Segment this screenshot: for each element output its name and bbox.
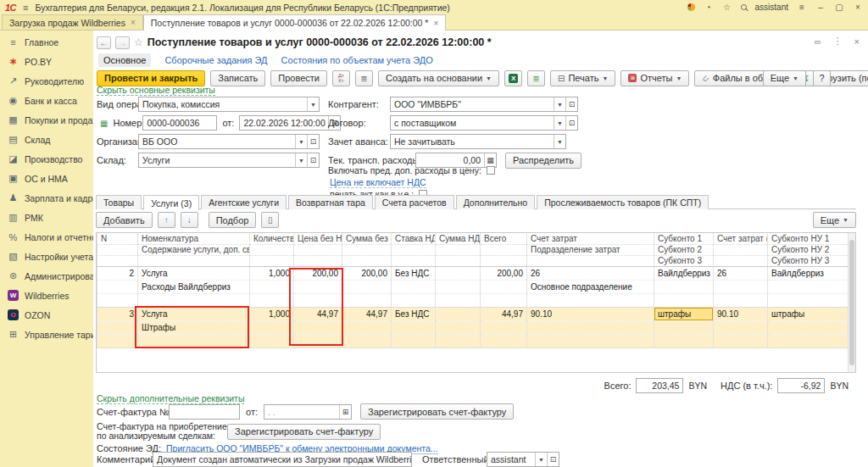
dropdown-icon[interactable]: ▼ <box>554 135 565 148</box>
cell-total[interactable]: 200,00 <box>481 266 527 280</box>
form-close-icon[interactable]: × <box>854 36 860 47</box>
create-based-on-button[interactable]: Создать на основании▼ <box>378 70 499 86</box>
sidebar-item-salary-hr[interactable]: ♟Зарплата и кадры <box>0 188 93 208</box>
sidebar-item-warehouse[interactable]: ▤Склад <box>0 130 93 149</box>
post-button[interactable]: Провести <box>270 70 327 86</box>
favorites-star-icon[interactable]: ☆ <box>722 3 732 12</box>
open-link-icon[interactable]: ⊡ <box>307 135 319 148</box>
cell-cost-account-nu[interactable]: 90.10 <box>714 307 768 320</box>
cell-cost-account-nu[interactable]: 26 <box>714 266 768 280</box>
register-purchase-invoice-button[interactable]: Зарегистрировать счет-фактуру <box>227 424 381 440</box>
main-menu-icon[interactable]: ≡ <box>23 3 28 13</box>
move-up-button[interactable]: ↑ <box>158 212 175 228</box>
add-row-button[interactable]: Добавить <box>96 212 153 228</box>
cell-subconto1[interactable]: Вайлдберриз <box>654 266 714 280</box>
close-button[interactable]: × <box>853 3 863 12</box>
sidebar-item-purchases-sales[interactable]: ▦Покупки и продажи <box>0 110 93 130</box>
cell-service-content[interactable]: Расходы Вайлдберриз <box>138 280 250 293</box>
operation-type-field[interactable]: Покупка, комиссия▼ <box>138 97 320 112</box>
cell-total[interactable]: 44,97 <box>481 307 527 320</box>
get-link-icon[interactable]: ∞ <box>815 36 821 47</box>
sidebar-item-tariff[interactable]: ⊞Управление тарифом <box>0 325 93 344</box>
cell-sum[interactable]: 44,97 <box>342 307 392 320</box>
open-link-icon[interactable]: ⊡ <box>565 97 577 111</box>
print-button[interactable]: ⊟Печать▼ <box>550 70 615 86</box>
cell-cost-dept[interactable] <box>527 320 654 334</box>
grid-tab-additional[interactable]: Дополнительно <box>456 195 536 209</box>
cell-cost-account[interactable]: 90.10 <box>527 307 654 320</box>
dropdown-icon[interactable]: ▼ <box>295 135 307 148</box>
related-documents-button[interactable]: ≣ <box>527 70 545 86</box>
search-icon[interactable] <box>741 4 747 10</box>
include-costs-checkbox[interactable] <box>487 166 495 175</box>
save-button[interactable]: Записать <box>210 70 265 86</box>
contract-field[interactable]: с поставщиком▼⊡ <box>390 115 578 131</box>
date-field[interactable]: 22.02.2026 12:00:00⊞ <box>239 115 341 131</box>
reports-button[interactable]: ≣Отчеты▼ <box>620 70 689 86</box>
invoice-date-field[interactable]: . .⊞ <box>264 404 352 420</box>
organization-field[interactable]: ВБ ООО▼⊡ <box>138 134 320 149</box>
cell-price[interactable]: 200,00 <box>294 266 342 280</box>
navtab-edo-states[interactable]: Состояния по объектам учета ЭДО <box>281 55 433 65</box>
cell-n[interactable]: 2 <box>97 266 138 280</box>
show-postings-button[interactable]: ДтКт <box>332 70 350 86</box>
move-down-button[interactable]: ↓ <box>181 212 198 228</box>
excel-export-button[interactable]: X <box>504 70 522 86</box>
cell-price[interactable]: 44,97 <box>294 307 342 320</box>
sidebar-item-taxes[interactable]: %Налоги и отчетность <box>0 227 93 247</box>
number-field[interactable]: 0000-000036 <box>142 115 217 131</box>
cell-qty[interactable]: 1,000 <box>250 266 294 280</box>
sidebar-item-rmk[interactable]: ▥РМК <box>0 208 93 227</box>
navtab-assembly-tasks[interactable]: Сборочные задания ЭД <box>164 55 267 65</box>
distribute-button[interactable]: Распределить <box>505 153 581 169</box>
dropdown-icon[interactable]: ▼ <box>307 97 319 111</box>
maximize-button[interactable]: ▢ <box>834 3 844 12</box>
comment-field[interactable]: Документ создан автоматически из Загрузк… <box>153 452 412 467</box>
post-and-close-button[interactable]: Провести и закрыть <box>97 70 205 86</box>
sidebar-item-bank-cash[interactable]: ◉Банк и касса <box>0 91 93 110</box>
register-invoice-button[interactable]: Зарегистрировать счет-фактуру <box>360 403 514 420</box>
grid-scrollbar[interactable] <box>848 233 855 372</box>
cell-subconto1-active[interactable]: штрафы <box>654 307 714 320</box>
open-link-icon[interactable]: ⊡ <box>547 453 559 466</box>
favorite-star-icon[interactable]: ☆ <box>134 36 143 48</box>
advance-offset-field[interactable]: Не зачитывать▼ <box>390 134 566 149</box>
cell-sum[interactable]: 200,00 <box>342 266 392 280</box>
navtab-main[interactable]: Основное <box>98 53 151 67</box>
sidebar-item-accounting-settings[interactable]: ▧Настройки учета <box>0 247 93 266</box>
price-no-vat-link[interactable]: Цена не включает НДС <box>330 177 426 188</box>
cell-nomenclature[interactable]: Услуга <box>138 307 250 320</box>
sidebar-item-production[interactable]: ◪Производство <box>0 149 93 169</box>
open-link-icon[interactable]: ⊡ <box>565 116 577 130</box>
sidebar-item-wildberries[interactable]: WWildberries <box>0 286 93 305</box>
service-menu-icon[interactable]: ≡ <box>797 3 807 12</box>
tab-close-icon[interactable]: × <box>433 19 438 28</box>
dropdown-icon[interactable]: ▼ <box>535 453 547 466</box>
change-form-button[interactable]: ▯ <box>261 212 279 228</box>
cell-vat-sum[interactable] <box>436 266 481 280</box>
dropdown-icon[interactable]: ▼ <box>554 97 565 111</box>
sidebar-item-fixed-assets[interactable]: ▣ОС и НМА <box>0 169 93 188</box>
document-structure-button[interactable]: ≣ <box>355 70 373 86</box>
cell-qty[interactable]: 1,000 <box>250 307 294 320</box>
tab-close-icon[interactable]: × <box>131 18 136 27</box>
pick-button[interactable]: Подбор <box>209 212 257 228</box>
more-menu-icon[interactable]: ⋮ <box>833 36 843 47</box>
current-user[interactable]: assistant <box>755 3 788 12</box>
toolbar-more-button[interactable]: Еще▼ <box>763 70 806 86</box>
warehouse-field[interactable]: Услуги▼⊡ <box>138 153 320 168</box>
cell-vat-rate[interactable]: Без НДС <box>392 307 436 320</box>
responsible-field[interactable]: assistant▼⊡ <box>487 452 559 467</box>
grid-tab-settlement-accounts[interactable]: Счета расчетов <box>375 195 454 209</box>
grid-tab-goods[interactable]: Товары <box>96 195 142 209</box>
dropdown-icon[interactable]: ▼ <box>295 153 307 167</box>
grid-tab-returnable-packaging[interactable]: Возвратная тара <box>288 195 373 209</box>
cell-vat-rate[interactable]: Без НДС <box>392 266 436 280</box>
scrollbar-thumb[interactable] <box>849 240 854 365</box>
cell-subconto-nu1[interactable]: штрафы <box>768 307 850 320</box>
tab-goods-receipt[interactable]: Поступление товаров и услуг 0000-000036 … <box>143 14 447 31</box>
grid-tab-agent-services[interactable]: Агентские услуги <box>201 195 287 209</box>
history-icon[interactable]: ◔ <box>704 3 714 12</box>
sidebar-item-ozon[interactable]: OOZON <box>0 305 93 325</box>
grid-tab-traceability[interactable]: Прослеживаемость товаров (ПК СПТ) <box>537 195 709 209</box>
